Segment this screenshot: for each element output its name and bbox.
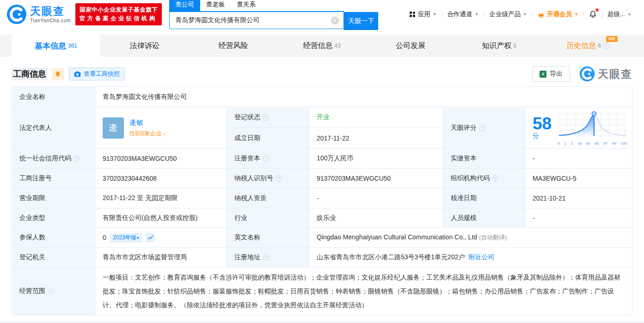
menu-item-open-vip[interactable]: 开通会员 ▼ xyxy=(533,10,583,18)
tab-operating-info[interactable]: 经营信息 43 xyxy=(277,35,366,57)
legal-rep-companies-link[interactable]: 任职5家企业 › xyxy=(129,130,165,138)
logo-swirl-icon xyxy=(6,4,27,24)
clear-search-icon[interactable]: ✕ xyxy=(331,17,339,24)
search-tabs: 查公司 查老板 查关系 xyxy=(169,0,344,12)
staff-size-value: - xyxy=(525,208,632,228)
auto-translate-note: (自动翻译) xyxy=(479,234,507,241)
tab-history-info[interactable]: VIP 历史信息 6 ? xyxy=(544,35,632,57)
chevron-down-icon: ▼ xyxy=(475,12,479,17)
section-header: 工商信息 查看工商快照 X 导出 xyxy=(12,66,632,82)
help-icon[interactable]: ? xyxy=(263,254,269,261)
search-button[interactable]: 天眼一下 xyxy=(344,12,378,30)
legal-rep-name-link[interactable]: 逄敏 xyxy=(129,118,165,127)
apps-grid-icon xyxy=(409,11,416,18)
export-label: 导出 xyxy=(550,70,563,78)
tab-basic-info[interactable]: 基本信息 361 xyxy=(12,35,100,57)
authority-value: 青岛市市北区市场监督管理局 xyxy=(95,248,227,268)
help-icon[interactable]: ? xyxy=(603,43,609,49)
search-input[interactable] xyxy=(170,12,343,29)
brand-domain: TianYanCha.com xyxy=(30,18,71,23)
avatar[interactable]: 逄 xyxy=(103,117,124,139)
menu-label: 开通会员 xyxy=(547,10,572,18)
badge-line2: 官方备案企业征信机构 xyxy=(80,14,158,23)
field-label: 参保人数 xyxy=(12,228,95,248)
table-row: 法定代表人 逄 逄敏 任职5家企业 › 登记状态? 开业 天眼评分? 5 xyxy=(12,107,632,128)
view-snapshot-button[interactable]: 查看工商快照 xyxy=(69,67,125,80)
search-tab-company[interactable]: 查公司 xyxy=(169,0,200,11)
table-row: 登记机关 青岛市市北区市场监督管理局 注册地址? 山东省青岛市市北区小港二路53… xyxy=(12,248,632,268)
nearby-companies-link[interactable]: 附近公司 xyxy=(468,253,494,261)
field-label: 实缴资本 xyxy=(443,149,525,169)
taxpayer-id-value: 91370203MA3EWGCU50 xyxy=(309,169,443,189)
english-name-cell: Qingdao Menghaiyuan Cultural Communicati… xyxy=(309,228,632,248)
reg-number-value: 370203230442608 xyxy=(95,169,227,189)
section-title: 工商信息 xyxy=(12,68,48,80)
help-icon[interactable]: ? xyxy=(276,175,282,182)
table-row: 经营范围? 一般项目：文艺创作；教育咨询服务（不含涉许可审批的教育培训活动）；企… xyxy=(12,268,632,315)
menu-item-cooperation[interactable]: 合作通道 ▼ xyxy=(442,10,484,18)
field-label: 核准日期 xyxy=(443,189,525,208)
taxpayer-quality-value: - xyxy=(309,189,443,208)
tab-company-development[interactable]: 公司发展 xyxy=(366,35,455,57)
excel-icon: X xyxy=(540,71,546,78)
reg-capital-value: 100万人民币 xyxy=(309,149,443,169)
score-distribution-chart[interactable]: 01 315 5085 9799 100 xyxy=(557,110,627,146)
help-icon[interactable]: ? xyxy=(263,155,269,162)
tab-intellectual-property[interactable]: 知识产权 5 xyxy=(455,35,544,57)
annual-report-tag[interactable]: 2023年报▸ xyxy=(110,233,142,243)
field-label: 统一社会信用代码? xyxy=(12,149,95,169)
menu-label: 合作通道 xyxy=(448,10,472,18)
field-label: 企业名称 xyxy=(12,87,95,107)
table-row: 工商注册号 370203230442608 纳税人识别号? 91370203MA… xyxy=(12,169,632,189)
top-header: 天眼查 TianYanCha.com 国家中小企业发展子基金旗下 官方备案企业征… xyxy=(0,0,644,29)
help-icon[interactable]: ? xyxy=(74,155,80,162)
term-value: 2017-11-22 至 无固定期限 xyxy=(95,189,227,208)
notification-bell-icon xyxy=(589,10,597,18)
help-icon[interactable]: ? xyxy=(263,114,269,121)
business-info-table: 企业名称 青岛梦海圆文化传播有限公司 法定代表人 逄 逄敏 任职5家企业 › 登… xyxy=(12,86,632,315)
help-icon[interactable]: ? xyxy=(479,125,485,131)
field-label: 纳税人资质 xyxy=(227,189,309,208)
snapshot-label: 查看工商快照 xyxy=(84,70,120,78)
crown-icon xyxy=(538,12,545,18)
search-tab-relation[interactable]: 查关系 xyxy=(231,0,262,11)
est-date-value: 2017-11-22 xyxy=(309,128,443,149)
tab-operating-risk[interactable]: 经营风险 xyxy=(189,35,278,57)
field-label: 注册地址? xyxy=(227,248,309,268)
table-row: 参保人数 0 2023年报▸ 英文名称 Qingd xyxy=(12,228,632,248)
table-row: 企业名称 青岛梦海圆文化传播有限公司 xyxy=(12,87,632,107)
watermark-logo: 天眼查 xyxy=(579,66,632,82)
insured-count: 0 xyxy=(103,234,106,241)
main-content: 工商信息 查看工商快照 X 导出 xyxy=(0,66,644,315)
search-area: 查公司 查老板 查关系 ✕ 天眼一下 xyxy=(169,0,378,30)
score-value: 58 xyxy=(533,114,552,133)
help-icon[interactable]: ? xyxy=(48,288,54,294)
address-value: 山东省青岛市市北区小港二路53号3号楼1单元202户 xyxy=(317,253,465,261)
chevron-down-icon: ▼ xyxy=(523,12,527,17)
business-scope-value: 一般项目：文艺创作；教育咨询服务（不含涉许可审批的教育培训活动）；企业管理咨询；… xyxy=(103,270,625,312)
field-label: 纳税人识别号? xyxy=(227,169,309,189)
credit-code-value: 91370203MA3EWGCU50 xyxy=(95,149,227,169)
search-tab-boss[interactable]: 查老板 xyxy=(200,0,231,11)
menu-item-notifications[interactable] xyxy=(584,10,602,18)
menu-item-apps[interactable]: 应用 ▼ xyxy=(404,10,442,18)
notification-dot xyxy=(595,8,599,12)
english-name-value: Qingdao Menghaiyuan Cultural Communicati… xyxy=(317,233,477,241)
menu-item-enterprise-products[interactable]: 企业级产品 ▼ xyxy=(484,10,532,18)
field-label: 企业类型 xyxy=(12,208,95,228)
insured-cell: 0 2023年报▸ xyxy=(95,228,227,248)
trend-chart-icon[interactable] xyxy=(146,233,155,242)
tab-legal-proceedings[interactable]: 法律诉讼 xyxy=(100,35,189,57)
menu-item-super-vip[interactable]: 超级... ▼ xyxy=(602,10,637,18)
subscribe-button[interactable] xyxy=(52,68,64,80)
table-row: 统一社会信用代码? 91370203MA3EWGCU50 注册资本? 100万人… xyxy=(12,149,632,169)
bell-curve-chart xyxy=(557,110,627,140)
org-code-value: MA3EWGCU-5 xyxy=(525,169,632,189)
watermark-text: 天眼查 xyxy=(598,67,632,81)
tianyancha-logo[interactable]: 天眼查 TianYanCha.com xyxy=(6,4,71,24)
score-axis-labels: 01 315 5085 9799 100 xyxy=(557,141,627,146)
chevron-down-icon: ▼ xyxy=(574,12,578,17)
help-icon[interactable]: ? xyxy=(492,175,498,182)
camera-icon xyxy=(74,71,81,77)
export-button[interactable]: X 导出 xyxy=(532,66,570,82)
